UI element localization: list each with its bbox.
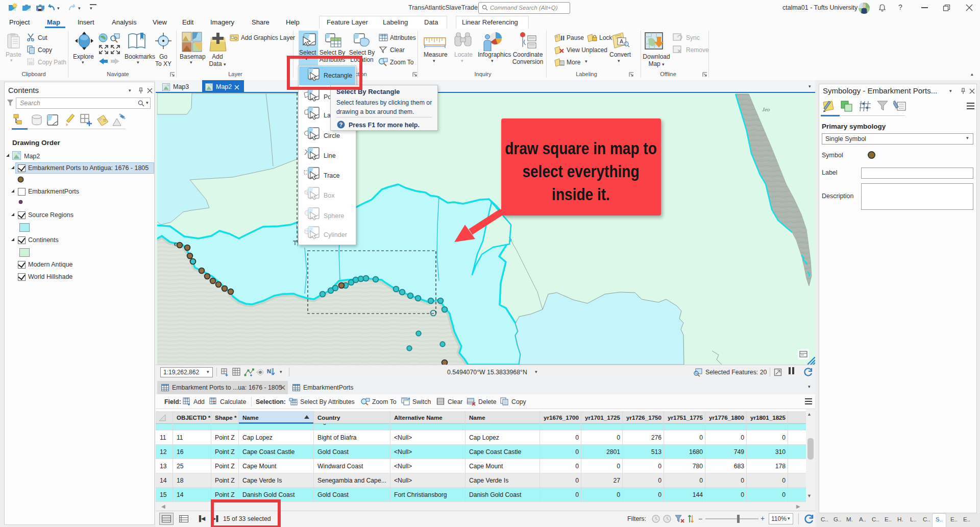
svg-text:=: = [213, 400, 216, 405]
svg-text:Jeo: Jeo [762, 106, 770, 112]
svg-text:A: A [620, 38, 624, 44]
svg-text:?: ? [339, 122, 343, 128]
svg-text:N: N [267, 368, 271, 374]
